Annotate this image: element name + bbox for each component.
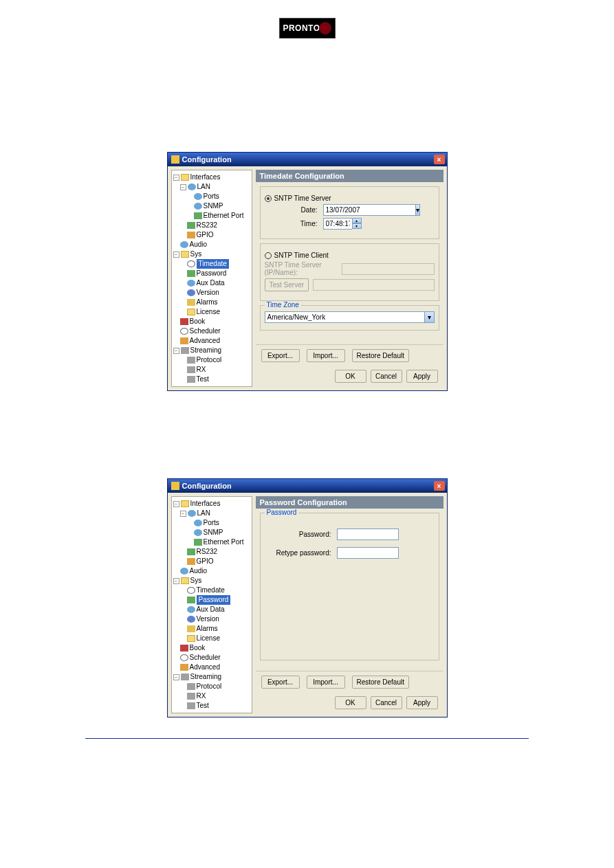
ok-button[interactable]: OK [335,370,366,383]
tree-rx[interactable]: RX [197,691,206,701]
folder-icon [187,635,195,642]
tree-license[interactable]: License [197,634,220,643]
tree-timedate[interactable]: Timedate [197,259,229,269]
tree-snmp[interactable]: SNMP [204,201,223,211]
expand-icon[interactable]: − [173,578,179,584]
tree-scheduler[interactable]: Scheduler [190,653,221,663]
tree-streaming[interactable]: Streaming [190,672,222,682]
restore-default-button[interactable]: Restore Default [352,676,409,689]
tree-ethernet[interactable]: Ethernet Port [204,211,244,221]
tree-view[interactable]: −Interfaces −LAN Ports SNMP Ethernet Por… [171,496,252,713]
node-icon [187,222,195,229]
chevron-down-icon[interactable]: ▾ [415,204,420,216]
tree-interfaces[interactable]: Interfaces [190,499,221,509]
tree-view[interactable]: −Interfaces −LAN Ports SNMP Ethernet Por… [171,170,252,387]
tree-version[interactable]: Version [197,614,219,624]
expand-icon[interactable]: − [173,252,179,258]
client-server-input [342,263,435,275]
chevron-down-icon[interactable]: ▾ [424,311,435,323]
tree-audio[interactable]: Audio [190,240,208,249]
radio-sntp-client[interactable] [265,252,272,259]
expand-icon[interactable]: − [180,184,186,190]
import-button[interactable]: Import... [307,349,345,362]
timezone-dropdown[interactable]: ▾ [265,311,435,323]
tree-rs232[interactable]: RS232 [197,221,218,230]
tree-interfaces[interactable]: Interfaces [190,173,221,182]
tree-test[interactable]: Test [197,701,209,711]
app-icon [171,155,179,164]
password-input[interactable] [337,528,399,540]
tree-audio[interactable]: Audio [190,566,208,576]
tree-advanced[interactable]: Advanced [190,663,220,672]
tree-book[interactable]: Book [190,317,206,326]
tree-protocol[interactable]: Protocol [197,682,222,691]
titlebar[interactable]: Configuration × [168,153,447,166]
close-icon[interactable]: × [434,155,445,164]
tree-version[interactable]: Version [197,288,219,298]
tree-book[interactable]: Book [190,643,206,653]
node-icon [187,693,195,700]
spin-down-icon[interactable]: ▾ [352,223,362,229]
ok-button[interactable]: OK [335,696,366,709]
titlebar[interactable]: Configuration × [168,479,447,493]
restore-default-button[interactable]: Restore Default [352,349,409,362]
tree-password[interactable]: Password [197,595,231,605]
tree-password[interactable]: Password [197,269,227,278]
tree-sys[interactable]: Sys [190,249,202,259]
timezone-label: Time Zone [265,301,301,309]
spin-up-icon[interactable]: ▴ [352,218,362,223]
expand-icon[interactable]: − [173,175,179,181]
tree-scheduler[interactable]: Scheduler [190,326,221,336]
tree-alarms[interactable]: Alarms [197,624,218,634]
expand-icon[interactable]: − [173,674,179,680]
tree-snmp[interactable]: SNMP [204,528,223,537]
tree-gpio[interactable]: GPIO [197,230,214,240]
apply-button[interactable]: Apply [406,696,438,709]
tree-ports[interactable]: Ports [204,192,219,201]
tree-lan[interactable]: LAN [197,182,210,192]
radio-sntp-server[interactable] [265,195,272,202]
node-icon [194,529,202,536]
tree-timedate[interactable]: Timedate [197,586,225,595]
panel-title: Password Configuration [256,496,443,509]
node-icon [181,674,189,680]
close-icon[interactable]: × [434,481,445,491]
export-button[interactable]: Export... [261,349,300,362]
tree-streaming[interactable]: Streaming [190,346,222,355]
timezone-field[interactable] [265,311,424,323]
tree-rs232[interactable]: RS232 [197,547,218,557]
cancel-button[interactable]: Cancel [371,370,402,383]
tree-ports[interactable]: Ports [204,518,219,528]
retype-password-input[interactable] [337,547,399,559]
tree-license[interactable]: License [197,307,220,317]
tree-auxdata[interactable]: Aux Data [197,278,225,288]
expand-icon[interactable]: − [180,511,186,517]
date-input[interactable]: ▾ [323,204,358,216]
radio-server-label: SNTP Time Server [274,194,331,202]
time-field[interactable] [323,218,352,230]
expand-icon[interactable]: − [173,348,179,354]
tree-alarms[interactable]: Alarms [197,298,218,307]
bell-icon [187,299,195,306]
tree-advanced[interactable]: Advanced [190,336,220,346]
tree-lan[interactable]: LAN [197,509,210,518]
apply-button[interactable]: Apply [406,370,438,383]
info-icon [187,616,195,623]
import-button[interactable]: Import... [307,676,345,689]
tree-auxdata[interactable]: Aux Data [197,605,225,614]
cancel-button[interactable]: Cancel [371,696,402,709]
tree-gpio[interactable]: GPIO [197,557,214,566]
clock-icon [180,654,188,661]
tree-rx[interactable]: RX [197,365,206,375]
retype-password-label: Retype password: [265,549,337,557]
expand-icon[interactable]: − [173,501,179,507]
node-icon [180,664,188,671]
export-button[interactable]: Export... [261,676,300,689]
date-field[interactable] [323,204,415,216]
time-input[interactable]: ▴▾ [323,218,362,230]
node-icon [194,520,202,526]
tree-protocol[interactable]: Protocol [197,355,222,365]
tree-ethernet[interactable]: Ethernet Port [204,537,244,547]
tree-test[interactable]: Test [197,375,209,384]
tree-sys[interactable]: Sys [190,576,202,586]
